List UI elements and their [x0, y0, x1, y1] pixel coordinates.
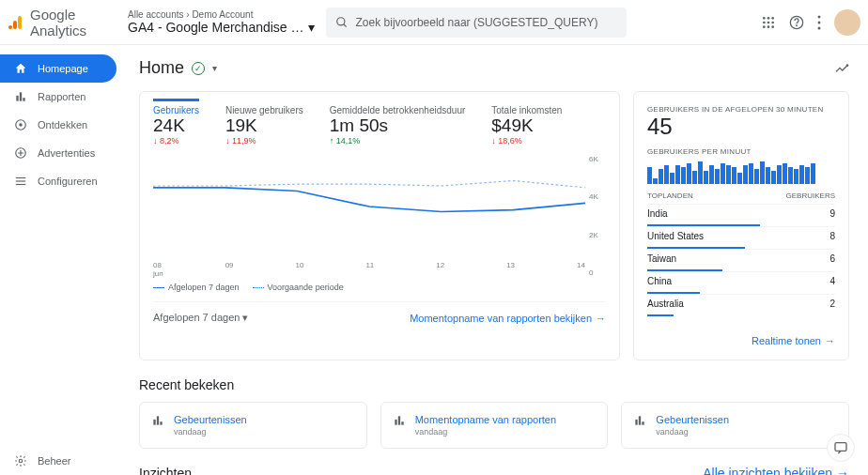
table-row: Taiwan6 — [647, 249, 835, 268]
svg-point-15 — [797, 25, 798, 26]
apps-icon[interactable] — [761, 15, 776, 30]
product-name: Google Analytics — [30, 7, 120, 38]
section-heading-recent: Recent bekeken — [139, 377, 849, 392]
customize-icon[interactable] — [834, 61, 849, 76]
svg-rect-26 — [16, 180, 26, 181]
feedback-button[interactable] — [827, 434, 855, 462]
ads-icon — [13, 146, 28, 160]
recent-card[interactable]: Momentopname van rapportenvandaag — [380, 402, 609, 449]
svg-point-17 — [818, 21, 821, 23]
search-placeholder: Zoek bijvoorbeeld naar (SUGGESTED_QUERY) — [356, 16, 598, 29]
svg-point-10 — [771, 21, 774, 23]
users-per-minute-label: GEBRUIKERS PER MINUUT — [647, 147, 835, 156]
page-title: Home — [139, 58, 184, 78]
sidebar-item-label: Advertenties — [38, 147, 95, 159]
svg-point-29 — [846, 65, 847, 66]
property-selector[interactable]: Alle accounts › Demo Account GA4 - Googl… — [128, 9, 315, 35]
svg-rect-34 — [398, 416, 400, 424]
svg-rect-30 — [153, 420, 155, 425]
svg-point-2 — [8, 25, 12, 29]
svg-point-8 — [763, 21, 766, 23]
svg-point-13 — [771, 25, 774, 28]
svg-point-28 — [19, 459, 23, 463]
status-badge[interactable]: ✓ — [192, 62, 205, 75]
view-all-insights-link[interactable]: Alle inzichten bekijken → — [703, 466, 849, 475]
date-range-selector[interactable]: Afgelopen 7 dagen ▾ — [153, 312, 248, 324]
chevron-down-icon[interactable]: ▾ — [212, 63, 217, 73]
svg-point-7 — [771, 17, 774, 20]
sidebar-item-beheer[interactable]: Beheer — [0, 447, 116, 475]
recent-card[interactable]: Gebeurtenissenvandaag — [621, 402, 849, 449]
realtime-link[interactable]: Realtime tonen → — [752, 335, 835, 346]
svg-rect-31 — [157, 416, 159, 424]
svg-rect-37 — [639, 416, 641, 424]
svg-rect-32 — [160, 421, 162, 425]
svg-point-9 — [767, 21, 770, 23]
svg-rect-36 — [636, 420, 638, 425]
breadcrumb: Alle accounts › Demo Account — [128, 9, 315, 20]
search-icon — [335, 16, 349, 29]
overview-card: Gebruikers24K↓ 8,2%Nieuwe gebruikers19K↓… — [139, 91, 620, 360]
svg-rect-20 — [20, 92, 22, 100]
svg-point-11 — [763, 25, 766, 28]
more-icon[interactable] — [817, 15, 821, 30]
recent-card[interactable]: Gebeurtenissenvandaag — [139, 402, 367, 449]
legend-item-previous: Voorgaande periode — [253, 283, 344, 292]
sidebar-item-label: Ontdekken — [38, 119, 87, 130]
metric-3[interactable]: Totale inkomsten$49K↓ 18,6% — [491, 105, 562, 146]
section-heading-insights: Inzichten — [139, 466, 192, 475]
svg-point-18 — [818, 26, 821, 29]
realtime-card: GEBRUIKERS IN DE AFGELOPEN 30 MINUTEN 45… — [633, 91, 849, 360]
realtime-users-label: GEBRUIKERS IN DE AFGELOPEN 30 MINUTEN — [647, 105, 835, 114]
product-logo[interactable]: Google Analytics — [8, 7, 120, 38]
line-chart: 6K4K2K0 08 jun091011121314 — [153, 155, 606, 277]
svg-rect-38 — [643, 421, 644, 425]
users-per-minute-chart — [647, 160, 835, 184]
svg-rect-1 — [13, 21, 17, 29]
svg-point-3 — [336, 17, 344, 24]
analytics-logo-icon — [8, 14, 24, 31]
sidebar-item-advertenties[interactable]: Advertenties — [0, 139, 116, 167]
svg-rect-0 — [18, 16, 22, 29]
search-input[interactable]: Zoek bijvoorbeeld naar (SUGGESTED_QUERY) — [326, 8, 627, 38]
table-row: Australia2 — [647, 294, 835, 313]
avatar[interactable] — [834, 9, 860, 36]
help-icon[interactable] — [789, 15, 804, 30]
svg-point-16 — [818, 15, 821, 18]
configure-icon — [13, 175, 28, 188]
svg-rect-51 — [835, 443, 846, 452]
svg-rect-25 — [16, 177, 26, 178]
report-icon — [393, 414, 406, 427]
reports-icon — [13, 90, 28, 103]
report-icon — [151, 414, 164, 427]
svg-line-4 — [343, 23, 346, 26]
svg-rect-27 — [16, 184, 26, 185]
view-reports-link[interactable]: Momentopname van rapporten bekijken → — [410, 313, 606, 324]
gear-icon — [13, 454, 28, 467]
svg-rect-33 — [395, 420, 396, 425]
sidebar-item-ontdekken[interactable]: Ontdekken — [0, 111, 116, 139]
svg-rect-35 — [401, 421, 403, 425]
legend-item-current: Afgelopen 7 dagen — [153, 283, 240, 292]
table-row: United States8 — [647, 226, 835, 245]
svg-point-23 — [20, 124, 22, 126]
sidebar-item-homepage[interactable]: Homepage — [0, 54, 116, 83]
metric-0[interactable]: Gebruikers24K↓ 8,2% — [153, 99, 199, 146]
metric-1[interactable]: Nieuwe gebruikers19K↓ 11,9% — [225, 105, 303, 146]
report-icon — [633, 414, 646, 427]
svg-rect-21 — [23, 98, 24, 101]
sidebar-item-label: Beheer — [38, 455, 70, 467]
svg-point-5 — [763, 17, 766, 20]
property-name: GA4 - Google Merchandise … — [128, 20, 304, 35]
sidebar-item-rapporten[interactable]: Rapporten — [0, 83, 116, 111]
sidebar: Homepage Rapporten Ontdekken Advertentie… — [0, 45, 120, 475]
sidebar-item-label: Configureren — [38, 176, 98, 187]
explore-icon — [13, 118, 28, 131]
svg-point-6 — [767, 17, 770, 20]
chevron-down-icon: ▾ — [308, 20, 315, 35]
metric-2[interactable]: Gemiddelde betrokkenheidsduur1m 50s↑ 14,… — [330, 105, 466, 146]
svg-point-12 — [767, 25, 770, 28]
home-icon — [13, 62, 28, 75]
sidebar-item-label: Homepage — [38, 63, 88, 74]
sidebar-item-configureren[interactable]: Configureren — [0, 167, 116, 195]
